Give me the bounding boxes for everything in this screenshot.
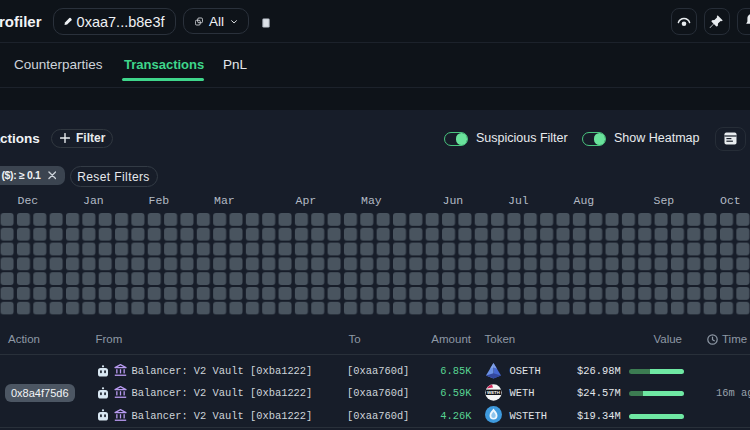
svg-text:WETH: WETH [487,389,500,394]
